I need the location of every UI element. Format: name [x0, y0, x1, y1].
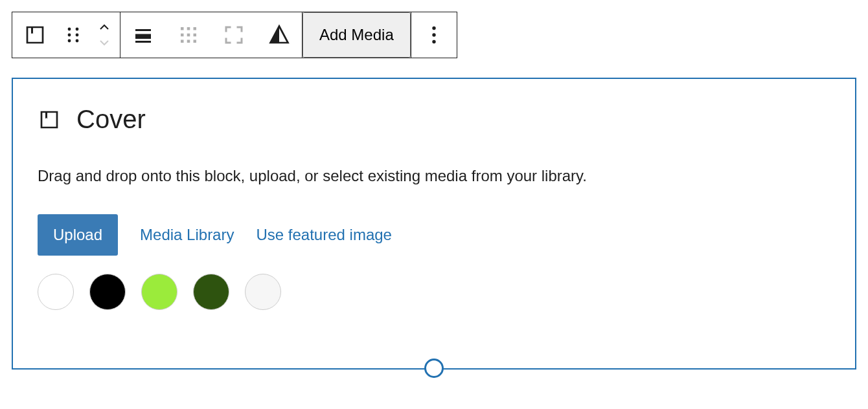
placeholder-actions: Upload Media Library Use featured image	[38, 214, 830, 256]
block-mover	[89, 12, 120, 58]
svg-point-1	[76, 28, 79, 31]
drag-handle-icon	[62, 23, 85, 47]
chevron-down-icon	[97, 35, 112, 50]
svg-point-4	[68, 39, 71, 43]
more-options-button[interactable]	[411, 12, 457, 58]
svg-point-0	[68, 28, 71, 31]
svg-point-20	[432, 40, 435, 43]
fullscreen-icon	[222, 23, 246, 47]
svg-rect-12	[181, 34, 184, 37]
svg-point-18	[432, 27, 435, 30]
cover-icon	[38, 108, 61, 131]
move-up-button[interactable]	[97, 19, 112, 35]
color-swatch[interactable]	[193, 274, 229, 310]
toolbar-group-media: Add Media	[303, 12, 411, 58]
more-vertical-icon	[422, 23, 446, 47]
svg-rect-10	[187, 27, 190, 30]
svg-point-19	[432, 33, 435, 36]
content-position-button[interactable]	[166, 12, 211, 58]
block-toolbar: Add Media	[12, 12, 457, 58]
svg-point-3	[76, 34, 79, 37]
grid-icon	[177, 23, 200, 47]
svg-rect-11	[194, 27, 197, 30]
add-media-button[interactable]: Add Media	[303, 12, 411, 58]
toolbar-group-block	[12, 12, 120, 58]
svg-rect-6	[135, 29, 151, 31]
svg-rect-16	[187, 40, 190, 43]
duotone-button[interactable]	[257, 12, 302, 58]
svg-point-5	[76, 39, 79, 43]
add-media-label: Add Media	[319, 26, 394, 44]
svg-rect-15	[181, 40, 184, 43]
chevron-up-icon	[97, 19, 112, 35]
color-swatches	[38, 274, 830, 310]
cover-icon	[23, 23, 47, 47]
media-library-button[interactable]: Media Library	[140, 226, 234, 244]
color-swatch[interactable]	[38, 274, 74, 310]
full-height-button[interactable]	[211, 12, 257, 58]
svg-rect-8	[135, 41, 151, 43]
color-swatch[interactable]	[89, 274, 126, 310]
block-type-button[interactable]	[12, 12, 58, 58]
align-button[interactable]	[120, 12, 166, 58]
svg-rect-9	[181, 27, 184, 30]
placeholder-title: Cover	[76, 105, 146, 134]
svg-rect-14	[194, 34, 197, 37]
placeholder-description: Drag and drop onto this block, upload, o…	[38, 165, 830, 187]
align-icon	[131, 23, 155, 47]
placeholder-header: Cover	[38, 105, 830, 134]
color-swatch[interactable]	[245, 274, 281, 310]
svg-rect-17	[194, 40, 197, 43]
svg-rect-13	[187, 34, 190, 37]
drag-handle-button[interactable]	[58, 12, 89, 58]
duotone-icon	[268, 23, 291, 47]
move-down-button[interactable]	[97, 35, 112, 50]
upload-button[interactable]: Upload	[38, 214, 118, 256]
cover-block-placeholder[interactable]: Cover Drag and drop onto this block, upl…	[12, 78, 856, 370]
color-swatch[interactable]	[141, 274, 177, 310]
resize-handle[interactable]	[424, 359, 444, 378]
toolbar-group-align	[120, 12, 303, 58]
toolbar-group-more	[411, 12, 457, 58]
svg-rect-7	[135, 34, 151, 39]
featured-image-button[interactable]: Use featured image	[256, 226, 391, 244]
svg-point-2	[68, 34, 71, 37]
